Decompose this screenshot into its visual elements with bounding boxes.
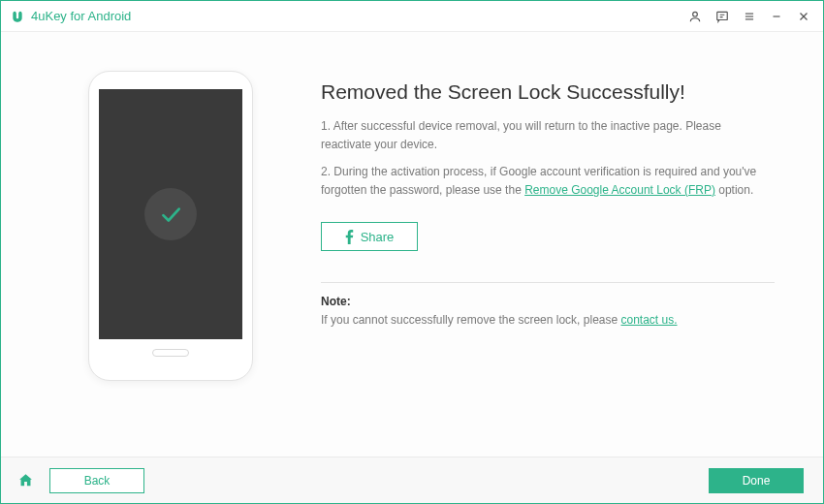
step2-suffix: option. xyxy=(715,183,753,197)
success-check-icon xyxy=(144,188,197,240)
divider xyxy=(321,282,775,283)
menu-icon[interactable] xyxy=(736,3,763,30)
info-panel: Removed the Screen Lock Successfully! 1.… xyxy=(292,71,775,447)
footer-bar: Back Done xyxy=(1,457,823,503)
svg-rect-1 xyxy=(717,12,728,19)
app-title: 4uKey for Android xyxy=(31,9,131,23)
app-window: 4uKey for Android Removed the Screen Loc… xyxy=(0,0,824,504)
contact-us-link[interactable]: contact us. xyxy=(621,313,678,327)
svg-point-0 xyxy=(693,12,698,16)
titlebar: 4uKey for Android xyxy=(1,1,823,32)
minimize-button[interactable] xyxy=(763,3,790,30)
phone-screen xyxy=(99,89,242,339)
page-title: Removed the Screen Lock Successfully! xyxy=(321,80,775,104)
feedback-icon[interactable] xyxy=(709,3,736,30)
phone-home-button xyxy=(152,349,189,357)
account-icon[interactable] xyxy=(681,3,709,30)
phone-mockup xyxy=(88,71,253,381)
frp-link[interactable]: Remove Google Account Lock (FRP) xyxy=(524,183,715,197)
app-logo-icon xyxy=(11,10,24,23)
note-prefix: If you cannot successfully remove the sc… xyxy=(321,313,621,327)
back-button[interactable]: Back xyxy=(49,468,144,493)
phone-illustration-wrap xyxy=(49,71,292,447)
close-button[interactable] xyxy=(790,3,817,30)
share-label: Share xyxy=(361,230,395,244)
facebook-icon xyxy=(345,230,354,244)
titlebar-controls xyxy=(681,3,817,30)
done-button[interactable]: Done xyxy=(709,468,804,493)
note-text: If you cannot successfully remove the sc… xyxy=(321,311,775,330)
instruction-step-1: 1. After successful device removal, you … xyxy=(321,117,775,153)
home-icon[interactable] xyxy=(15,470,36,491)
note-label: Note: xyxy=(321,295,775,308)
share-button[interactable]: Share xyxy=(321,222,418,251)
instruction-step-2: 2. During the activation process, if Goo… xyxy=(321,163,775,199)
main-content: Removed the Screen Lock Successfully! 1.… xyxy=(1,32,823,457)
